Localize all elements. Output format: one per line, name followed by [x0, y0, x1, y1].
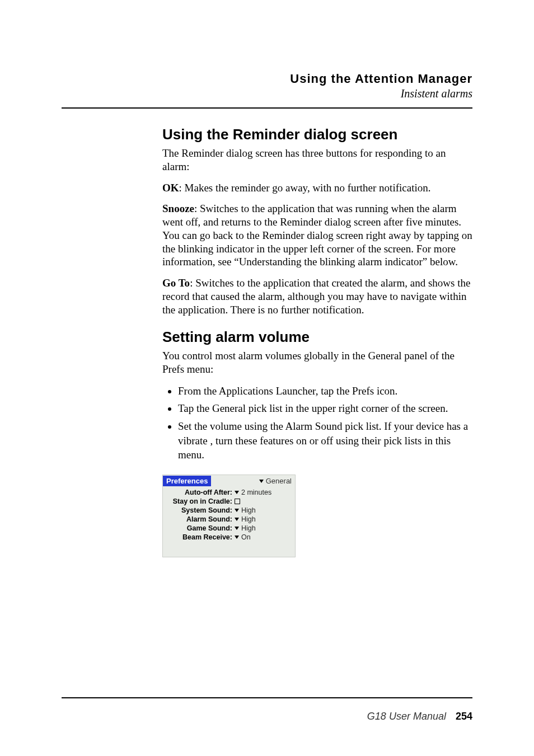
bullet-list: From the Applications Launcher, tap the …: [162, 384, 472, 462]
game-sound-picklist[interactable]: High: [235, 524, 256, 532]
section2-title: Setting alarm volume: [162, 328, 472, 346]
system-sound-picklist[interactable]: High: [235, 506, 256, 514]
triangle-down-icon: [235, 518, 239, 521]
list-item: From the Applications Launcher, tap the …: [178, 384, 472, 398]
section1-intro: The Reminder dialog screen has three but…: [162, 147, 472, 173]
triangle-down-icon: [259, 480, 264, 483]
alarm-sound-label: Alarm Sound:: [166, 515, 235, 523]
page-footer: G18 User Manual 254: [367, 711, 472, 722]
section1-title: Using the Reminder dialog screen: [162, 126, 472, 143]
beam-receive-label: Beam Receive:: [166, 533, 235, 541]
prefs-category-value: General: [266, 477, 292, 485]
system-sound-value: High: [241, 506, 256, 514]
triangle-down-icon: [235, 491, 239, 494]
section2-intro: You control most alarm volumes globally …: [162, 349, 472, 376]
beam-receive-picklist[interactable]: On: [235, 533, 251, 541]
game-sound-label: Game Sound:: [166, 524, 235, 532]
ok-label: OK: [162, 182, 179, 194]
auto-off-value: 2 minutes: [241, 489, 271, 496]
manual-name: G18 User Manual: [367, 711, 446, 722]
system-sound-row: System Sound: High: [163, 505, 295, 514]
prefs-titlebar: Preferences General: [163, 475, 295, 487]
stay-on-cradle-checkbox[interactable]: [235, 499, 240, 504]
prefs-title: Preferences: [163, 476, 211, 486]
list-item: Set the volume using the Alarm Sound pic…: [178, 419, 472, 462]
auto-off-row: Auto-off After: 2 minutes: [163, 487, 295, 496]
chapter-subtitle: Insistent alarms: [62, 87, 472, 100]
beam-receive-row: Beam Receive: On: [163, 532, 295, 541]
triangle-down-icon: [235, 536, 239, 539]
page-number: 254: [456, 711, 472, 722]
goto-text: : Switches to the application that creat…: [162, 277, 470, 316]
ok-paragraph: OK: Makes the reminder go away, with no …: [162, 181, 472, 195]
page: Using the Attention Manager Insistent al…: [0, 0, 534, 756]
triangle-down-icon: [235, 527, 239, 530]
checkbox-icon: [235, 499, 240, 504]
goto-paragraph: Go To: Switches to the application that …: [162, 276, 472, 316]
triangle-down-icon: [235, 509, 239, 512]
goto-label: Go To: [162, 277, 190, 289]
footer-divider: [62, 697, 472, 698]
ok-text: : Makes the reminder go away, with no fu…: [179, 182, 431, 194]
header-divider: [62, 107, 472, 109]
list-item: Tap the General pick list in the upper r…: [178, 401, 472, 416]
beam-receive-value: On: [241, 533, 251, 541]
prefs-category-picklist[interactable]: General: [259, 477, 295, 485]
alarm-sound-row: Alarm Sound: High: [163, 514, 295, 523]
chapter-title: Using the Attention Manager: [62, 72, 472, 86]
stay-on-cradle-row: Stay on in Cradle:: [163, 496, 295, 505]
snooze-label: Snooze: [162, 203, 194, 214]
content-column: Using the Reminder dialog screen The Rem…: [162, 126, 472, 557]
snooze-paragraph: Snooze: Switches to the application that…: [162, 202, 472, 269]
stay-on-cradle-label: Stay on in Cradle:: [166, 497, 235, 505]
preferences-screenshot: Preferences General Auto-off After: 2 mi…: [162, 475, 296, 557]
alarm-sound-picklist[interactable]: High: [235, 515, 256, 523]
game-sound-value: High: [241, 524, 256, 532]
system-sound-label: System Sound:: [166, 506, 235, 514]
auto-off-label: Auto-off After:: [166, 489, 235, 496]
game-sound-row: Game Sound: High: [163, 523, 295, 532]
auto-off-picklist[interactable]: 2 minutes: [235, 489, 271, 496]
page-header: Using the Attention Manager Insistent al…: [62, 72, 472, 100]
snooze-text: : Switches to the application that was r…: [162, 203, 472, 267]
alarm-sound-value: High: [241, 515, 256, 523]
